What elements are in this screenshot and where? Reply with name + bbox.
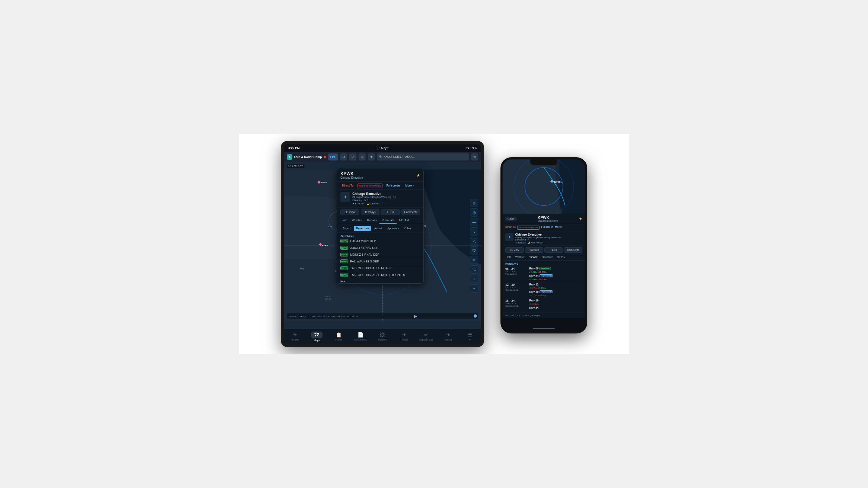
minus-button[interactable]: ―: [470, 218, 478, 226]
minus2-button[interactable]: −: [470, 284, 478, 292]
track-button[interactable]: ✚: [368, 154, 375, 161]
route2-button[interactable]: ⌥: [470, 265, 478, 273]
phone-tab-procedure[interactable]: Procedure: [539, 254, 555, 260]
runway-surface-1634: Good asphalt: [505, 305, 527, 307]
subtab-approach[interactable]: Approach: [385, 226, 401, 231]
tab-runway[interactable]: Runway: [365, 217, 379, 224]
subtab-departure[interactable]: Departure: [354, 226, 371, 231]
phone-3dview-button[interactable]: 3D View: [505, 247, 524, 253]
popup-times: ☀ 5:36 AM 🌙 7:58 PM CDT: [352, 202, 420, 205]
nav-documents[interactable]: 📄 Documents: [350, 331, 372, 342]
phone-taxiways-button[interactable]: Taxiways: [525, 247, 543, 253]
phone-favorite-button[interactable]: ★: [579, 217, 582, 221]
aircraft-label: Aircraft: [444, 338, 452, 341]
phone-direct-to-button[interactable]: Direct To: [505, 226, 516, 230]
phone-fbos-button[interactable]: FBOs: [545, 247, 563, 253]
runway-section-title: RUNWAYS: [505, 262, 582, 266]
phone-remove-button[interactable]: Remove from Route: [517, 226, 539, 230]
more-nav-label: M: [469, 338, 471, 341]
procedure-item-5[interactable]: JEPPS TAKEOFF OBSTACLE NOTES (CONTD): [337, 272, 424, 279]
tab-info[interactable]: Info: [340, 217, 349, 224]
tab-procedure[interactable]: Procedure: [379, 217, 396, 224]
rwy24-right-traffic-badge: Right Traffic: [539, 274, 553, 278]
phone-fullscreen-button[interactable]: Fullscreen: [541, 226, 553, 230]
maps-icon-bg: 🗺: [311, 332, 322, 338]
subtab-other[interactable]: Other: [402, 226, 413, 231]
aircraft-icon: ✈: [446, 332, 450, 338]
popup-info-row: ✈ Chicago Executive Chicago/Prospect Hei…: [340, 192, 420, 205]
phone-tab-notam[interactable]: NOTAM: [555, 254, 567, 260]
phone-comments-button[interactable]: Comments: [564, 247, 582, 253]
tab-notam[interactable]: NOTAM: [397, 217, 411, 224]
map-area[interactable]: KRYV KMWC KMKE KUES KBUU KENW: [284, 162, 481, 329]
phone-map[interactable]: KPWK: [503, 159, 585, 214]
direct-to-button[interactable]: Direct To: [340, 183, 355, 188]
shield-button[interactable]: 🛡: [470, 246, 478, 254]
procedure-item-0[interactable]: JEPPS CABAA Visual DEP: [337, 238, 424, 245]
rwy24-name: Rwy 24: [529, 274, 538, 278]
procedure-item-3[interactable]: JEPPS PAL-WAUKEE 5 DEP: [337, 258, 424, 265]
more-button[interactable]: More >: [404, 183, 416, 188]
nav-plates[interactable]: 📋 Plates: [328, 331, 350, 342]
plates-icon: 📋: [336, 332, 342, 338]
procedure-name-2: MONKZ 5 RNAV DEP: [350, 253, 379, 256]
phone-tab-info[interactable]: Info: [505, 254, 513, 260]
svg-text:C59: C59: [328, 225, 332, 228]
nav-scratchpads[interactable]: ✏ ScratchPads: [415, 331, 437, 342]
nav-more[interactable]: ☰ M: [459, 331, 481, 342]
svg-point-39: [474, 315, 477, 318]
procedure-badge-1: JEPPS: [340, 246, 348, 250]
pen-button[interactable]: ✏: [470, 256, 478, 264]
phone-tab-weather[interactable]: Weather: [514, 254, 527, 260]
compass-button[interactable]: ◎: [359, 154, 366, 161]
fullscreen-button[interactable]: Fullscreen: [384, 183, 401, 188]
tablet-status-bar: 3:22 PM Fri May 8 ▾▾ 89%: [284, 144, 481, 152]
remove-route-button[interactable]: Remove from Route: [358, 184, 383, 188]
procedure-item-4[interactable]: JEPPS TAKEOFF OBSTACLE NOTES: [337, 265, 424, 272]
procedure-item-1[interactable]: JEPPS JORJO 5 RNAV DEP: [337, 245, 424, 251]
procedure-name-3: PAL-WAUKEE 5 DEP: [350, 260, 379, 263]
phone-close-button[interactable]: Close: [505, 217, 517, 221]
phone-more-button[interactable]: More >: [555, 226, 563, 230]
nav-airports[interactable]: ✈ Airports: [284, 331, 306, 342]
procedure-item-2[interactable]: JEPPS MONKZ 5 RNAV DEP: [337, 251, 424, 258]
phone-airport-icon: ✈: [505, 233, 514, 241]
phone-tab-runway[interactable]: Runway: [527, 254, 539, 260]
rwy12-wind-red1: ↓5-17kts: [529, 287, 537, 289]
nav-aircraft[interactable]: ✈ Aircraft: [437, 331, 459, 342]
nav-imagery[interactable]: 🖼 Imagery: [372, 331, 394, 342]
runway-details-1230: Rwy 12 ↓5-17kts ↓7-15kts Rwy 30 Right Tr…: [529, 283, 582, 297]
settings-button[interactable]: ⚙: [340, 154, 347, 161]
airport-popup: KPWK Chicago Executive ★ Direct To Remov…: [337, 169, 424, 284]
map-timestamp: 3:15 PM CDT: [287, 164, 304, 168]
rwy30-name: Rwy 30: [529, 290, 538, 293]
3dview-button[interactable]: 3D View: [340, 209, 359, 215]
tab-weather[interactable]: Weather: [350, 217, 365, 224]
fbos-button[interactable]: FBOs: [381, 209, 400, 215]
documents-label: Documents: [354, 338, 367, 341]
subtab-arrival[interactable]: Arrival: [372, 226, 384, 231]
popup-favorite-button[interactable]: ★: [416, 173, 420, 178]
runway-rwy34: Rwy 34: [529, 306, 582, 310]
fpl-button[interactable]: FPL: [328, 154, 338, 161]
svg-text:-52m -47m -42m -37m -32m -27m : -52m -47m -42m -37m -32m -27m -22m -17m …: [311, 316, 358, 318]
procedure-name-5: TAKEOFF OBSTACLE NOTES (CONTD): [350, 273, 405, 276]
subtab-airport[interactable]: Airport: [340, 226, 352, 231]
comments-button[interactable]: Comments: [401, 209, 420, 215]
plus-button[interactable]: +: [470, 274, 478, 283]
search-bar[interactable]: 🔍 KHOU INDIE7.TPAKK L...: [377, 154, 469, 161]
reload-button[interactable]: ⟲: [471, 154, 478, 161]
nav-maps[interactable]: 🗺 Maps: [306, 330, 328, 343]
nav-flights[interactable]: ✈ Flights: [393, 331, 415, 342]
route-button[interactable]: ∿: [470, 227, 478, 235]
triangle-button[interactable]: △: [470, 237, 478, 245]
sync-button[interactable]: ⟳: [349, 154, 356, 161]
compass-map-button[interactable]: ◎: [470, 208, 478, 216]
battery-icon: 89%: [471, 147, 476, 150]
popup-elevation: Elevation: 647': [352, 199, 420, 202]
taxiways-button[interactable]: Taxiways: [361, 209, 379, 215]
layers-button[interactable]: ⊕: [470, 199, 478, 207]
popup-sunset: 🌙 7:58 PM CDT: [367, 202, 385, 205]
procedure-name-0: CABAA Visual DEP: [350, 239, 376, 242]
svg-text:MAY 8  3:15 PM CDT: MAY 8 3:15 PM CDT: [289, 315, 310, 318]
